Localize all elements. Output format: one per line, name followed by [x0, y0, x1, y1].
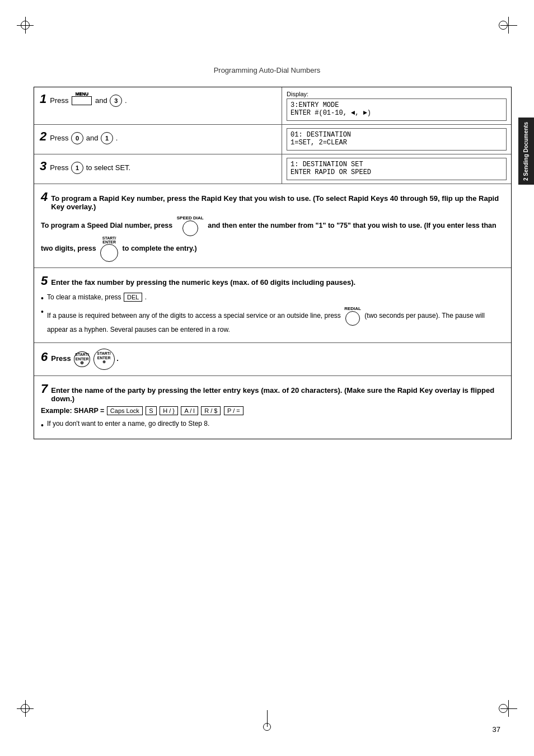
- step-4-row: 4 To program a Rapid Key number, press t…: [34, 184, 511, 268]
- key-1a: 1: [101, 132, 113, 144]
- key-h: H / }: [160, 406, 178, 415]
- key-capslock: Caps Lock: [107, 406, 143, 415]
- key-a: A / l: [181, 406, 198, 415]
- key-0: 0: [71, 132, 83, 144]
- step-1-left: 1 Press MENU and 3 .: [34, 87, 282, 124]
- step-5-text: Enter the fax number by pressing the num…: [51, 278, 355, 287]
- corner-mark-tl: [17, 17, 39, 39]
- step-5-bullet-2-text: If a pause is required between any of th…: [47, 306, 504, 334]
- step-7-example: Example: SHARP = Caps Lock S H / } A / l…: [41, 406, 504, 415]
- step-4-number: 4: [41, 190, 48, 204]
- step-1-text: Press MENU and 3 .: [50, 95, 127, 107]
- step-2-left: 2 Press 0 and 1 .: [34, 125, 282, 154]
- step-7-bullet-text: If you don't want to enter a name, go di…: [47, 420, 209, 428]
- step-1-row: 1 Press MENU and 3 . Display:: [34, 87, 511, 125]
- step-1-right: Display: 3:ENTRY MODEENTER #(01-10, ◄, ►…: [282, 87, 511, 124]
- display-screen-2: 01: DESTINATION1=SET, 2=CLEAR: [287, 128, 507, 151]
- step-2-number: 2: [40, 129, 46, 144]
- step-3-right: 1: DESTINATION SETENTER RAPID OR SPEED: [282, 154, 511, 184]
- bullet-dot-2: •: [41, 307, 44, 316]
- steps-container: 1 Press MENU and 3 . Display:: [34, 87, 512, 439]
- corner-mark-tr: [495, 17, 517, 39]
- key-1b: 1: [71, 162, 83, 174]
- step-5-number: 5: [41, 274, 48, 288]
- step-5-bullet-1-text: To clear a mistake, press DEL .: [47, 293, 147, 302]
- step-6-number: 6: [41, 350, 48, 364]
- step-3-row: 3 Press 1 to select SET. 1: DESTINATION …: [34, 154, 511, 184]
- display-label-1: Display:: [287, 91, 507, 97]
- step-2-row: 2 Press 0 and 1 . 01: DESTINATION1=SET, …: [34, 125, 511, 154]
- step-6-row: 6 Press START/ENTER⊕ START/ENTER⊕ .: [34, 343, 511, 376]
- bullet-dot-7: •: [41, 421, 44, 430]
- bullet-dot-1: •: [41, 294, 44, 303]
- step-4-text: To program a Rapid Key number, press the…: [51, 194, 504, 211]
- key-p: P / =: [224, 406, 243, 415]
- step-1-number: 1: [40, 92, 46, 106]
- page-number: 37: [493, 725, 500, 734]
- sidebar-tab: 2 Sending Documents: [518, 118, 534, 185]
- step-6-text: Press START/ENTER⊕ START/ENTER⊕ .: [51, 349, 119, 370]
- step-3-left: 3 Press 1 to select SET.: [34, 154, 282, 184]
- step-2-right: 01: DESTINATION1=SET, 2=CLEAR: [282, 125, 511, 154]
- key-r: R / $: [201, 406, 221, 415]
- step-7-text: Enter the name of the party by pressing …: [51, 386, 504, 403]
- display-screen-3: 1: DESTINATION SETENTER RAPID OR SPEED: [287, 158, 507, 180]
- step-2-text: Press 0 and 1 .: [50, 132, 118, 144]
- bottom-center-mark: [263, 710, 271, 731]
- page-title: Programming Auto-Dial Numbers: [0, 66, 534, 74]
- display-screen-1: 3:ENTRY MODEENTER #(01-10, ◄, ►): [287, 98, 507, 121]
- key-del: DEL: [124, 293, 142, 302]
- step-3-number: 3: [40, 159, 46, 173]
- key-s: S: [146, 406, 156, 415]
- key-3: 3: [110, 95, 122, 107]
- step-5-bullet-1: • To clear a mistake, press DEL .: [41, 293, 504, 303]
- main-content: 1 Press MENU and 3 . Display:: [34, 81, 512, 711]
- step-7-number: 7: [41, 382, 48, 396]
- step-3-text: Press 1 to select SET.: [50, 162, 130, 174]
- step-7-bullet: • If you don't want to enter a name, go …: [41, 420, 504, 430]
- step-7-row: 7 Enter the name of the party by pressin…: [34, 376, 511, 439]
- step-5-row: 5 Enter the fax number by pressing the n…: [34, 268, 511, 343]
- step-4-sub: To program a Speed Dial number, press SP…: [41, 215, 504, 262]
- step-5-bullet-2: • If a pause is required between any of …: [41, 306, 504, 334]
